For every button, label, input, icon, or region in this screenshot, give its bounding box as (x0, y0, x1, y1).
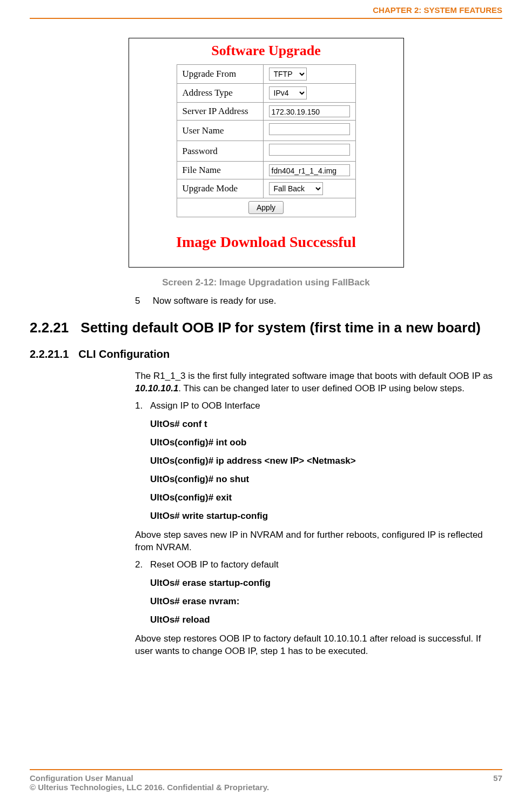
step-5-number: 5 (135, 296, 150, 306)
section-title: Setting default OOB IP for system (first… (80, 319, 481, 336)
cli-line: UltOs(config)# exit (150, 492, 497, 503)
select-upgrade-mode[interactable]: Fall Back (269, 182, 323, 195)
page-footer: Configuration User Manual 57 © Ulterius … (30, 769, 502, 792)
list-1-text: Assign IP to OOB Interface (150, 400, 260, 411)
step-5-text: Now software is ready for use. (153, 296, 277, 306)
download-success-message: Image Download Successful (129, 217, 403, 256)
footer-doc-title: Configuration User Manual (30, 773, 133, 783)
chapter-header: CHAPTER 2: SYSTEM FEATURES (30, 5, 502, 19)
select-upgrade-from[interactable]: TFTP (269, 68, 307, 81)
input-file-name[interactable]: fdn404_r1_1_4.img (269, 164, 350, 176)
footer-rule (30, 769, 502, 770)
label-address-type: Address Type (177, 84, 263, 103)
subsection-number: 2.2.21.1 (30, 348, 69, 360)
apply-button[interactable]: Apply (248, 201, 284, 214)
intro-paragraph: The R1_1_3 is the first fully integrated… (135, 370, 497, 395)
cli-line: UltOs# reload (150, 615, 497, 625)
footer-copyright: © Ulterius Technologies, LLC 2016. Confi… (30, 783, 269, 792)
row-address-type: Address Type IPv4 (177, 84, 355, 103)
label-upgrade-from: Upgrade From (177, 65, 263, 84)
label-server-ip: Server IP Address (177, 103, 263, 121)
list-2-text: Reset OOB IP to factory default (150, 559, 279, 570)
row-password: Password (177, 141, 355, 162)
software-upgrade-title: Software Upgrade (129, 38, 403, 64)
row-server-ip: Server IP Address 172.30.19.150 (177, 103, 355, 121)
section-number: 2.2.21 (30, 319, 69, 336)
cli-line: UltOs(config)# int oob (150, 437, 497, 448)
cli-line: UltOs(config)# ip address <new IP> <Netm… (150, 456, 497, 466)
label-file-name: File Name (177, 162, 263, 179)
cli-line: UltOs# conf t (150, 419, 497, 430)
select-address-type[interactable]: IPv4 (269, 86, 307, 99)
footer-page-number: 57 (493, 773, 502, 783)
default-ip: 10.10.10.1 (135, 383, 178, 393)
cli-block-1: UltOs# conf t UltOs(config)# int oob Ult… (150, 419, 497, 522)
list-1-number: 1. (135, 400, 150, 411)
label-user-name: User Name (177, 121, 263, 141)
input-password[interactable] (269, 144, 350, 156)
screenshot-container: Software Upgrade Upgrade From TFTP Addre… (129, 38, 404, 268)
paragraph-nvram: Above step saves new IP in NVRAM and for… (135, 529, 497, 554)
cli-line: UltOs# write startup-config (150, 511, 497, 522)
input-server-ip[interactable]: 172.30.19.150 (269, 105, 350, 117)
section-heading: 2.2.21Setting default OOB IP for system … (30, 319, 502, 336)
list-2-number: 2. (135, 559, 150, 570)
cli-line: UltOs(config)# no shut (150, 474, 497, 485)
label-password: Password (177, 141, 263, 162)
row-apply: Apply (177, 198, 355, 217)
step-5: 5 Now software is ready for use. (135, 296, 497, 306)
paragraph-restore: Above step restores OOB IP to factory de… (135, 633, 497, 658)
input-user-name[interactable] (269, 123, 350, 135)
list-item-2: 2.Reset OOB IP to factory default (135, 559, 497, 570)
cli-block-2: UltOs# erase startup-config UltOs# erase… (150, 578, 497, 625)
subsection-heading: 2.2.21.1CLI Configuration (30, 348, 502, 360)
row-user-name: User Name (177, 121, 355, 141)
row-upgrade-mode: Upgrade Mode Fall Back (177, 179, 355, 198)
label-upgrade-mode: Upgrade Mode (177, 179, 263, 198)
row-upgrade-from: Upgrade From TFTP (177, 65, 355, 84)
figure-caption: Screen 2-12: Image Upgradation using Fal… (30, 277, 502, 288)
list-item-1: 1.Assign IP to OOB Interface (135, 400, 497, 411)
intro-text-b: . This can be changed later to user defi… (178, 383, 464, 393)
cli-line: UltOs# erase startup-config (150, 578, 497, 589)
row-file-name: File Name fdn404_r1_1_4.img (177, 162, 355, 179)
intro-text-a: The R1_1_3 is the first fully integrated… (135, 371, 493, 381)
cli-line: UltOs# erase nvram: (150, 596, 497, 607)
upgrade-form-table: Upgrade From TFTP Address Type IPv4 Serv… (177, 64, 356, 217)
subsection-title: CLI Configuration (78, 348, 170, 360)
